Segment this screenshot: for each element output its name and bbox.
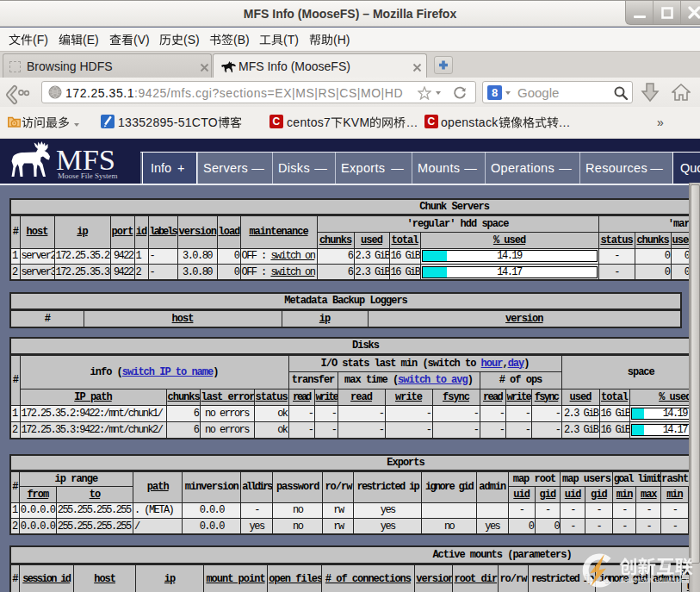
svg-text:CHUANGXIN HULIAN KEJI: CHUANGXIN HULIAN KEJI (620, 577, 689, 583)
